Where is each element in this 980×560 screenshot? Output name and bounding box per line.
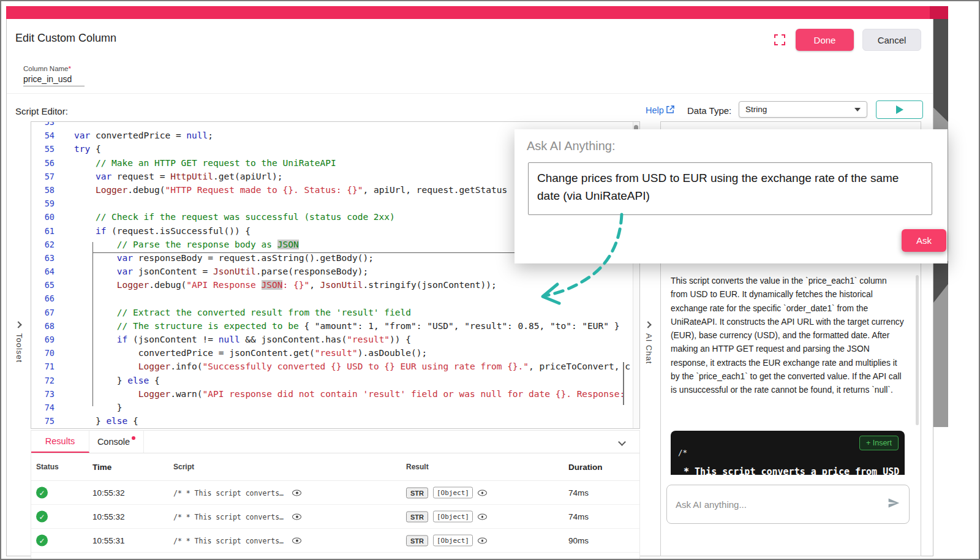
insert-code-button[interactable]: + Insert: [859, 436, 899, 450]
success-icon: ✓: [36, 511, 48, 523]
ask-ai-popup-title: Ask AI Anything:: [527, 139, 616, 153]
cancel-button[interactable]: Cancel: [862, 29, 921, 51]
code-text: // The structure is expected to be { "am…: [74, 319, 619, 333]
column-name-field[interactable]: price_in_usd: [23, 74, 85, 86]
ai-explanation-text: This script converts the value in the `p…: [671, 274, 905, 398]
ai-chat-input-box[interactable]: [666, 485, 910, 524]
eye-icon[interactable]: [478, 512, 487, 521]
code-text: convertedPrice = jsonContent.get("result…: [74, 346, 427, 360]
code-text: // Extract the converted result from the…: [74, 306, 411, 319]
code-text: var jsonContent = JsonUtil.parse(respons…: [74, 265, 368, 278]
done-button[interactable]: Done: [796, 29, 854, 51]
code-text: if (jsonContent != null && jsonContent.h…: [74, 333, 411, 346]
code-line: 68 // The structure is expected to be { …: [31, 319, 639, 333]
brand-accent-bar: [6, 6, 948, 19]
row-script: /* * This script converts…: [173, 536, 284, 545]
code-text: // Make an HTTP GET request to the UniRa…: [74, 156, 336, 170]
code-text: Logger.info("Successfully converted {} U…: [74, 360, 630, 373]
script-editor-label: Script Editor:: [15, 106, 68, 116]
column-header: Time: [92, 463, 111, 472]
code-line: 66: [31, 292, 639, 305]
line-number: 53: [31, 121, 61, 129]
result-value-badge: [Object]: [433, 511, 473, 523]
line-number: 73: [31, 387, 61, 401]
editor-annotation-mark: [623, 362, 624, 405]
toolset-rail-label[interactable]: Toolset: [15, 333, 24, 363]
code-text: var responseBody = request.asString().ge…: [74, 251, 374, 265]
code-line: 72 } else {: [31, 374, 639, 387]
line-number: 63: [31, 251, 61, 265]
brand-accent-bar-end: [930, 6, 948, 19]
toolset-expand-chevron-icon[interactable]: [16, 322, 21, 327]
code-line: 64 var jsonContent = JsonUtil.parse(resp…: [31, 265, 639, 278]
eye-icon[interactable]: [292, 488, 301, 498]
line-number: 59: [31, 197, 61, 210]
row-duration: 74ms: [568, 512, 589, 521]
help-link[interactable]: Help: [646, 105, 674, 115]
result-type-badge: STR: [406, 511, 428, 522]
eye-icon[interactable]: [478, 488, 487, 498]
results-table-header: Status Time Script Result Duration: [31, 453, 639, 481]
code-text: } else {: [74, 374, 160, 387]
line-number: 72: [31, 374, 61, 387]
data-type-select[interactable]: String: [739, 101, 867, 118]
collapse-results-chevron-icon[interactable]: [619, 431, 639, 453]
line-number: 69: [31, 333, 61, 346]
chevron-down-icon: [854, 108, 861, 112]
ai-chat-input[interactable]: [676, 499, 887, 510]
line-number: 70: [31, 346, 61, 360]
line-number: 65: [31, 278, 61, 292]
table-row[interactable]: ✓10:55:31/* * This script converts…STR[O…: [31, 529, 639, 553]
code-text: Logger.debug("HTTP Request made to {}. S…: [74, 183, 507, 197]
code-text: // Check if the request was successful (…: [74, 210, 395, 224]
code-text: }: [74, 401, 123, 414]
ask-button[interactable]: Ask: [902, 229, 946, 252]
column-header: Duration: [568, 463, 603, 472]
ai-chat-rail-label[interactable]: AI Chat: [644, 333, 654, 364]
edit-custom-column-window: Edit Custom Column Done Cancel Column Na…: [0, 0, 980, 560]
success-icon: ✓: [36, 487, 48, 499]
table-row[interactable]: ✓10:55:32/* * This script converts…STR[O…: [31, 505, 639, 529]
row-script: /* * This script converts…: [173, 512, 284, 521]
column-header: Script: [173, 463, 194, 471]
code-text: } else {: [74, 414, 138, 428]
required-asterisk: *: [69, 65, 71, 72]
line-number: 54: [31, 129, 61, 142]
column-header: Result: [406, 463, 429, 471]
code-line: 67 // Extract the converted result from …: [31, 306, 639, 319]
ai-panel-scrollbar[interactable]: [916, 275, 919, 425]
code-text: try {: [74, 142, 101, 156]
success-icon: ✓: [36, 535, 48, 547]
code-line: 70 convertedPrice = jsonContent.get("res…: [31, 346, 639, 360]
ai-chat-expand-chevron-icon[interactable]: [646, 322, 650, 327]
tab-console[interactable]: Console: [89, 431, 144, 453]
send-icon[interactable]: [887, 497, 900, 512]
results-tabs-bar: Results Console: [31, 431, 639, 453]
line-number: 62: [31, 238, 61, 251]
code-text: // Parse the response body as JSON: [74, 238, 299, 251]
eye-icon[interactable]: [478, 536, 487, 545]
ask-ai-query-input[interactable]: Change prices from USD to EUR using the …: [528, 162, 932, 215]
eye-icon[interactable]: [292, 512, 301, 521]
code-line: 73 Logger.warn("API response did not con…: [31, 387, 639, 401]
line-number: 55: [31, 142, 61, 156]
line-number: 71: [31, 360, 61, 373]
code-text: if (request.isSuccessful()) {: [74, 224, 251, 238]
fullscreen-icon[interactable]: [774, 34, 785, 45]
tab-results[interactable]: Results: [31, 431, 89, 453]
ai-insert-outline-left: [92, 242, 93, 406]
line-number: 60: [31, 210, 61, 224]
row-duration: 90ms: [568, 536, 589, 545]
line-number: 74: [31, 401, 61, 414]
ai-insert-outline-top: [92, 252, 515, 253]
line-number: 64: [31, 265, 61, 278]
code-line: 53: [31, 121, 639, 129]
data-type-label: Data Type:: [687, 105, 731, 116]
console-unread-dot: [132, 436, 135, 440]
run-script-button[interactable]: [876, 100, 923, 119]
page-title: Edit Custom Column: [15, 32, 116, 45]
code-text: var request = HttpUtil.get(apiUrl);: [74, 170, 283, 183]
eye-icon[interactable]: [292, 536, 301, 545]
table-row[interactable]: ✓10:55:32/* * This script converts…STR[O…: [31, 481, 639, 505]
code-line: 75 } else {: [31, 414, 639, 428]
